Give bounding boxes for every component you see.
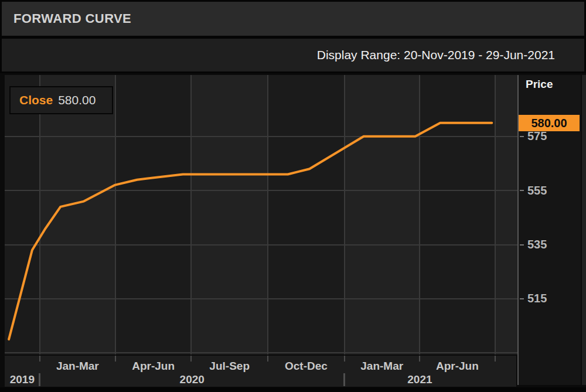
year-label: 2020 bbox=[160, 373, 224, 386]
year-label: 2019 bbox=[0, 373, 54, 386]
quarter-label: Jan-Mar bbox=[347, 360, 417, 373]
quarter-tick bbox=[190, 356, 192, 362]
quarter-label: Apr-Jun bbox=[118, 360, 189, 373]
price-axis-title: Price bbox=[526, 78, 553, 91]
display-range-value[interactable]: Display Range: 20-Nov-2019 - 29-Jun-2021 bbox=[317, 48, 555, 62]
quarter-label: Apr-Jun bbox=[422, 360, 492, 373]
quarter-tick bbox=[495, 356, 496, 362]
y-axis-tick-label: 515 bbox=[527, 292, 547, 305]
quarter-tick bbox=[344, 356, 345, 362]
quarter-label: Jan-Mar bbox=[42, 360, 113, 373]
quarter-tick bbox=[419, 356, 420, 362]
chart-section: Close 580.00 Price 580.00 575555535515 J… bbox=[0, 73, 586, 387]
right-edge-strip bbox=[582, 75, 586, 385]
plot-area[interactable]: Close 580.00 bbox=[5, 75, 517, 354]
tick-dash bbox=[520, 190, 524, 191]
year-separator bbox=[39, 373, 40, 386]
year-separator bbox=[343, 373, 345, 386]
forward-curve-line bbox=[5, 75, 517, 354]
quarter-label: Oct-Dec bbox=[271, 360, 341, 373]
y-axis-tick: 535 bbox=[520, 237, 547, 253]
legend-box[interactable]: Close 580.00 bbox=[9, 86, 113, 114]
y-axis-tick-label: 575 bbox=[527, 129, 547, 143]
tick-dash bbox=[520, 298, 524, 299]
y-axis-tick-label: 555 bbox=[527, 184, 547, 197]
y-axis-tick: 515 bbox=[520, 291, 547, 307]
display-range-bar: Display Range: 20-Nov-2019 - 29-Jun-2021 bbox=[2, 39, 584, 71]
y-axis-tick: 575 bbox=[520, 128, 547, 145]
y-axis-tick-label: 535 bbox=[527, 238, 547, 251]
quarter-tick bbox=[267, 356, 268, 362]
tick-dash bbox=[520, 244, 524, 246]
x-axis-band: Jan-MarApr-JunJul-SepOct-DecJan-MarApr-J… bbox=[5, 356, 516, 387]
legend-series-value: 580.00 bbox=[58, 93, 96, 107]
page-title: FORWARD CURVE bbox=[13, 11, 131, 26]
quarter-label: Jul-Sep bbox=[195, 360, 265, 373]
quarter-tick bbox=[39, 356, 40, 362]
y-axis-tick: 555 bbox=[520, 182, 547, 199]
quarter-tick bbox=[115, 356, 116, 362]
price-axis: Price 580.00 575555535515 bbox=[517, 75, 581, 385]
legend-series-label: Close bbox=[19, 93, 53, 107]
forward-curve-window: FORWARD CURVE Display Range: 20-Nov-2019… bbox=[0, 0, 586, 392]
year-label: 2021 bbox=[387, 373, 452, 386]
title-bar: FORWARD CURVE bbox=[2, 2, 584, 36]
tick-dash bbox=[520, 136, 524, 137]
